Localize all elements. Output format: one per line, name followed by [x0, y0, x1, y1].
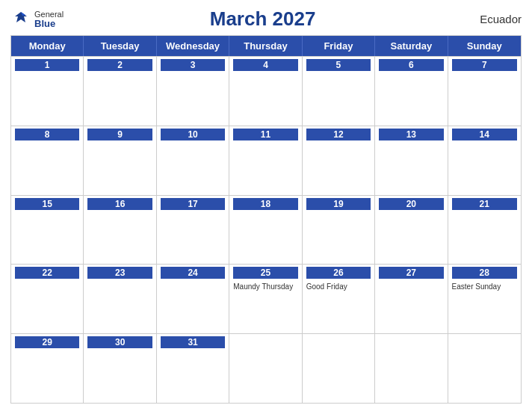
cell-date-number: 4 — [233, 59, 297, 71]
calendar-cell — [229, 334, 302, 403]
calendar-cell — [375, 334, 448, 403]
calendar-cell: 2 — [84, 57, 156, 126]
calendar-page: General Blue March 2027 Ecuador MondayTu… — [0, 0, 532, 411]
cell-date-number: 23 — [87, 267, 152, 279]
calendar-cell — [448, 334, 521, 403]
cell-date-number: 19 — [306, 198, 371, 210]
calendar-week-4: 22232425Maundy Thursday26Good Friday2728… — [11, 264, 521, 333]
calendar-cell: 9 — [84, 126, 156, 195]
cell-date-number: 18 — [233, 198, 297, 210]
logo-general-label: General — [34, 10, 64, 19]
calendar-cell: 30 — [84, 334, 156, 403]
calendar-week-1: 1234567 — [11, 56, 521, 126]
cell-date-number: 25 — [233, 267, 297, 279]
calendar-cell: 7 — [448, 57, 521, 126]
cell-date-number: 31 — [161, 336, 225, 348]
cell-date-number: 27 — [379, 267, 443, 279]
cell-date-number: 17 — [161, 198, 225, 210]
calendar-cell: 26Good Friday — [303, 265, 375, 333]
calendar-cell: 3 — [157, 57, 229, 126]
cell-date-number: 21 — [452, 198, 517, 210]
calendar-week-3: 15161718192021 — [11, 195, 521, 265]
logo: General Blue — [10, 9, 64, 30]
calendar-cell: 15 — [11, 196, 84, 265]
header-day-wednesday: Wednesday — [157, 36, 229, 56]
logo-blue-label: Blue — [34, 19, 64, 28]
calendar-cell: 8 — [11, 126, 84, 195]
cell-date-number: 20 — [379, 198, 443, 210]
cell-date-number: 6 — [379, 59, 443, 71]
logo-bird-icon — [10, 9, 31, 30]
cell-date-number: 10 — [161, 129, 225, 140]
cell-date-number: 3 — [161, 59, 225, 71]
cell-holiday-label: Easter Sunday — [452, 282, 517, 291]
cell-date-number: 2 — [87, 59, 152, 71]
calendar-cell: 22 — [11, 265, 84, 333]
calendar-cell: 11 — [229, 126, 302, 195]
cell-date-number: 5 — [306, 59, 371, 71]
header-day-monday: Monday — [11, 36, 84, 56]
header-day-thursday: Thursday — [229, 36, 302, 56]
calendar-cell: 31 — [157, 334, 229, 403]
header-day-saturday: Saturday — [375, 36, 448, 56]
calendar-cell: 19 — [303, 196, 375, 265]
calendar-cell: 29 — [11, 334, 84, 403]
header-day-friday: Friday — [303, 36, 375, 56]
cell-date-number: 1 — [15, 59, 79, 71]
cell-date-number: 16 — [87, 198, 152, 210]
calendar-cell: 17 — [157, 196, 229, 265]
cell-date-number: 9 — [87, 129, 152, 140]
calendar-week-5: 293031 — [11, 333, 521, 403]
calendar-body: 1234567891011121314151617181920212223242… — [11, 56, 521, 403]
calendar-cell: 4 — [229, 57, 302, 126]
cell-date-number: 22 — [15, 267, 79, 279]
cell-date-number: 30 — [87, 336, 152, 348]
country-label: Ecuador — [462, 13, 522, 25]
calendar-cell: 14 — [448, 126, 521, 195]
header-day-tuesday: Tuesday — [84, 36, 156, 56]
cell-date-number: 7 — [452, 59, 517, 71]
cell-holiday-label: Maundy Thursday — [233, 282, 297, 291]
calendar-cell: 24 — [157, 265, 229, 333]
calendar-cell: 16 — [84, 196, 156, 265]
calendar-header: MondayTuesdayWednesdayThursdayFridaySatu… — [11, 36, 521, 56]
calendar-cell: 13 — [375, 126, 448, 195]
calendar-cell: 20 — [375, 196, 448, 265]
calendar-cell: 21 — [448, 196, 521, 265]
svg-marker-0 — [15, 12, 27, 22]
calendar-cell: 27 — [375, 265, 448, 333]
cell-date-number: 12 — [306, 129, 371, 140]
cell-date-number: 13 — [379, 129, 443, 140]
cell-date-number: 15 — [15, 198, 79, 210]
calendar-cell: 1 — [11, 57, 84, 126]
calendar-cell: 18 — [229, 196, 302, 265]
calendar-cell: 10 — [157, 126, 229, 195]
calendar-week-2: 891011121314 — [11, 126, 521, 195]
calendar-cell: 5 — [303, 57, 375, 126]
calendar-cell: 23 — [84, 265, 156, 333]
cell-date-number: 8 — [15, 129, 79, 140]
cell-date-number: 28 — [452, 267, 517, 279]
cell-date-number: 29 — [15, 336, 79, 348]
calendar-cell: 25Maundy Thursday — [229, 265, 302, 333]
calendar-cell: 6 — [375, 57, 448, 126]
cell-date-number: 11 — [233, 129, 297, 140]
cell-date-number: 26 — [306, 267, 371, 279]
cell-date-number: 14 — [452, 129, 517, 140]
calendar-cell — [303, 334, 375, 403]
calendar-cell: 12 — [303, 126, 375, 195]
cell-date-number: 24 — [161, 267, 225, 279]
page-header: General Blue March 2027 Ecuador — [10, 7, 522, 31]
header-day-sunday: Sunday — [448, 36, 521, 56]
logo-text: General Blue — [34, 10, 64, 28]
page-title: March 2027 — [64, 7, 462, 31]
calendar-cell: 28Easter Sunday — [448, 265, 521, 333]
calendar: MondayTuesdayWednesdayThursdayFridaySatu… — [10, 35, 522, 404]
cell-holiday-label: Good Friday — [306, 282, 371, 291]
